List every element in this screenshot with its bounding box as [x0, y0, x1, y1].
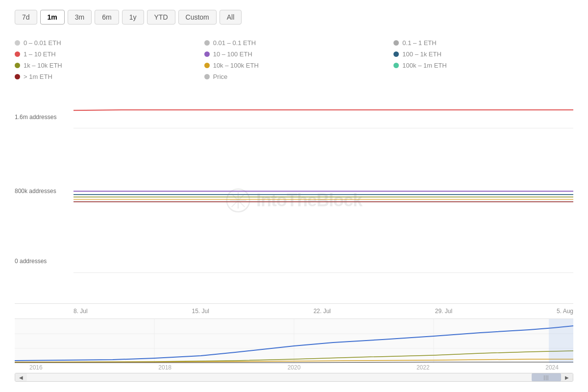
- btn-6m[interactable]: 6m: [95, 10, 119, 24]
- legend-dot-8: [393, 63, 399, 68]
- legend-dot-3: [15, 51, 20, 57]
- x-label-1: 15. Jul: [192, 308, 209, 315]
- legend-label-4: 10 – 100 ETH: [213, 50, 252, 58]
- legend-dot-5: [393, 51, 399, 57]
- legend-item-6: 1k – 10k ETH: [15, 62, 195, 69]
- scroll-track[interactable]: |||: [27, 373, 561, 381]
- legend-label-7: 10k – 100k ETH: [213, 62, 259, 69]
- legend-label-0: 0 – 0.01 ETH: [24, 39, 61, 47]
- line-1-10eth: [74, 110, 573, 110]
- legend-item-10: Price: [204, 73, 384, 80]
- main-chart: 1.6m addresses 800k addresses 0 addresse…: [15, 97, 573, 304]
- x-axis: 8. Jul 15. Jul 22. Jul 29. Jul 5. Aug: [15, 304, 573, 318]
- btn-3m[interactable]: 3m: [68, 10, 92, 24]
- legend-label-5: 100 – 1k ETH: [402, 50, 441, 58]
- legend-dot-0: [15, 40, 20, 46]
- main-chart-section: 1.6m addresses 800k addresses 0 addresse…: [15, 97, 573, 318]
- legend-dot-6: [15, 63, 20, 68]
- legend-dot-1: [204, 40, 210, 46]
- legend-dot-10: [204, 74, 210, 79]
- x-label-3: 29. Jul: [435, 308, 452, 315]
- mini-x-label-0: 2016: [29, 364, 43, 371]
- time-period-selector: 7d 1m 3m 6m 1y YTD Custom All: [15, 10, 573, 24]
- legend-item-1: 0.01 – 0.1 ETH: [204, 39, 384, 47]
- legend-item-8: 100k – 1m ETH: [393, 62, 573, 69]
- x-label-0: 8. Jul: [74, 308, 88, 315]
- mini-x-label-1: 2018: [158, 364, 172, 371]
- mini-x-label-3: 2022: [416, 364, 430, 371]
- legend-dot-4: [204, 51, 210, 57]
- legend-label-6: 1k – 10k ETH: [24, 62, 62, 69]
- btn-1y[interactable]: 1y: [122, 10, 144, 24]
- legend-label-10: Price: [213, 73, 228, 80]
- mini-chart-svg: [15, 319, 573, 363]
- mini-x-label-2: 2020: [288, 364, 301, 371]
- btn-1m[interactable]: 1m: [40, 10, 65, 24]
- mini-x-axis: 2016 2018 2020 2022 2024: [15, 363, 573, 371]
- legend-item-4: 10 – 100 ETH: [204, 50, 384, 58]
- y-label-bottom: 0 addresses: [15, 258, 47, 265]
- main-container: 7d 1m 3m 6m 1y YTD Custom All 0 – 0.01 E…: [0, 0, 588, 392]
- btn-all[interactable]: All: [220, 10, 242, 24]
- legend-dot-7: [204, 63, 210, 68]
- legend-label-3: 1 – 10 ETH: [24, 50, 56, 58]
- x-label-2: 22. Jul: [314, 308, 331, 315]
- legend-dot-2: [393, 40, 399, 46]
- scroll-thumb[interactable]: |||: [532, 373, 561, 381]
- chart-legend: 0 – 0.01 ETH 0.01 – 0.1 ETH 0.1 – 1 ETH …: [15, 34, 573, 85]
- btn-custom[interactable]: Custom: [178, 10, 217, 24]
- legend-item-7: 10k – 100k ETH: [204, 62, 384, 69]
- legend-label-9: > 1m ETH: [24, 73, 52, 80]
- scrollbar[interactable]: ◀ ||| ▶: [15, 373, 573, 382]
- x-label-4: 5. Aug: [557, 308, 573, 315]
- legend-dot-9: [15, 74, 20, 79]
- y-label-top: 1.6m addresses: [15, 114, 56, 121]
- grid-line-bottom: [74, 272, 573, 273]
- legend-item-5: 100 – 1k ETH: [393, 50, 573, 58]
- scroll-grip-icon: |||: [544, 375, 549, 380]
- legend-item-9: > 1m ETH: [15, 73, 195, 80]
- legend-label-2: 0.1 – 1 ETH: [402, 39, 436, 47]
- y-label-mid: 800k addresses: [15, 188, 56, 195]
- btn-ytd[interactable]: YTD: [147, 10, 175, 24]
- legend-item-2: 0.1 – 1 ETH: [393, 39, 573, 47]
- legend-label-8: 100k – 1m ETH: [402, 62, 446, 69]
- scroll-right-arrow[interactable]: ▶: [561, 373, 573, 381]
- mini-chart-section: 2016 2018 2020 2022 2024 ◀ ||| ▶: [15, 318, 573, 382]
- btn-7d[interactable]: 7d: [15, 10, 37, 24]
- scroll-left-arrow[interactable]: ◀: [15, 373, 27, 381]
- legend-label-1: 0.01 – 0.1 ETH: [213, 39, 256, 47]
- legend-item-3: 1 – 10 ETH: [15, 50, 195, 58]
- legend-item-0: 0 – 0.01 ETH: [15, 39, 195, 47]
- svg-rect-11: [549, 319, 573, 363]
- main-chart-svg: [74, 97, 573, 211]
- mini-x-label-4: 2024: [545, 364, 559, 371]
